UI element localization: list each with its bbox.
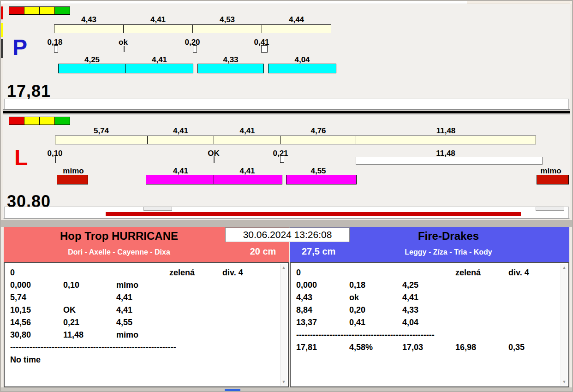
result-cell: 4,41 <box>402 293 455 303</box>
change-marker-tick <box>214 156 215 163</box>
result-status-row: No time <box>10 354 279 366</box>
footer-mini-box <box>536 207 564 211</box>
result-cell: 4,55 <box>116 318 169 327</box>
dog-time-label: 4,41 <box>125 55 193 65</box>
fault-bar-segment <box>57 175 88 184</box>
start-light-yellow2-icon <box>39 6 55 15</box>
team-lineup-right: Leggy - Zíza - Tria - Kody <box>328 248 568 256</box>
team-name-left: Hop Trop HURRICANE <box>6 230 233 243</box>
result-cell: 4,25 <box>402 280 455 290</box>
bottom-frame-strip <box>0 387 573 392</box>
result-cell: mimo <box>116 280 169 290</box>
result-cell: ok <box>349 293 402 303</box>
result-cell: 0,10 <box>63 280 116 290</box>
titlebar-strip-right <box>467 0 573 4</box>
dog-time-label: 4,55 <box>281 166 356 176</box>
result-row: 13,37 0,41 4,04 <box>296 316 559 329</box>
result-cell: 0,18 <box>349 280 402 290</box>
result-cell: 0,21 <box>63 318 116 327</box>
change-marker-box <box>261 45 268 53</box>
result-cell: 17,81 <box>296 343 349 352</box>
dog-time-label: 4,41 <box>214 166 281 176</box>
scrollbar[interactable]: ▲ ▼ <box>561 264 567 386</box>
result-separator-row: ----------------------------------------… <box>10 341 279 354</box>
team-lineup-left: Dori - Axelle - Cayenne - Dixa <box>6 248 233 256</box>
scrollbar[interactable]: ▲ ▼ <box>280 264 287 386</box>
scroll-down-icon[interactable]: ▼ <box>561 378 567 386</box>
result-cell: 14,56 <box>10 318 63 327</box>
result-cell: 4,43 <box>296 293 349 303</box>
result-row: 0,000 0,10 mimo <box>10 279 279 291</box>
result-cell: 30,80 <box>10 330 63 340</box>
change-marker-tick <box>124 46 125 52</box>
result-row: 10,15 OK 4,41 <box>10 304 279 316</box>
result-cell: 0,35 <box>508 343 561 352</box>
result-row: 8,84 0,20 4,33 <box>296 304 559 316</box>
start-light-yellow2-icon <box>39 117 55 125</box>
result-cell: OK <box>63 305 116 315</box>
result-cell: zelená <box>169 268 222 278</box>
result-row: 0,000 0,18 4,25 <box>296 279 559 291</box>
lane-total-p: 17,81 <box>7 82 51 101</box>
separator-dashes: ----------------------------------------… <box>10 343 176 352</box>
dog-bar-segment <box>125 64 193 73</box>
result-cell: 0,20 <box>349 305 402 315</box>
section-separator-band <box>0 220 573 227</box>
result-cell: 4,41 <box>116 293 169 303</box>
dog-time-label: 4,41 <box>147 166 214 176</box>
result-cell: mimo <box>116 330 169 340</box>
team-name-right: Fire-Drakes <box>328 230 568 243</box>
result-cell: 4,41 <box>116 305 169 315</box>
start-light-yellow1-icon <box>24 117 40 125</box>
lane-footer-strip <box>4 99 569 109</box>
result-row: 5,74 4,41 <box>10 291 279 304</box>
scroll-up-icon[interactable]: ▲ <box>561 264 567 271</box>
split-time-label: 11,48 <box>356 126 536 136</box>
result-status: No time <box>10 355 41 365</box>
result-cell: 4,33 <box>402 305 455 315</box>
lane-letter-p: P <box>12 36 27 59</box>
dog-time-label: mimo <box>534 166 568 176</box>
change-time-label: ok <box>112 38 134 47</box>
result-row: 30,80 11,48 mimo <box>10 329 279 341</box>
overrun-marker-box <box>356 157 543 165</box>
split-time-label: 5,74 <box>55 126 148 136</box>
split-time-label: 4,76 <box>281 126 356 136</box>
result-cell: 4,04 <box>402 318 455 327</box>
split-bar-segment <box>123 24 193 33</box>
result-header-row: 0 zelená div. 4 <box>10 267 279 279</box>
result-cell: 11,48 <box>63 330 116 340</box>
split-time-label: 4,41 <box>214 126 281 136</box>
change-time-label: 0,20 <box>181 38 203 47</box>
split-bar-segment <box>147 136 214 144</box>
start-light-red-icon <box>9 6 24 15</box>
start-light-green-icon <box>54 117 70 125</box>
split-bar-segment <box>281 136 356 144</box>
lane-panel-l: 5,74 4,41 4,41 4,76 11,48 0,10 OK 0,21 1… <box>3 114 570 219</box>
dog-time-label: 4,33 <box>197 55 264 65</box>
change-marker-box <box>193 45 197 53</box>
result-cell: div. 4 <box>222 268 275 278</box>
dog-time-label: 4,25 <box>58 55 126 65</box>
result-cell: 0,000 <box>296 280 349 290</box>
split-bar-segment <box>54 24 124 33</box>
result-cell: 17,03 <box>402 343 455 352</box>
split-time-label: 4,41 <box>147 126 214 136</box>
scroll-up-icon[interactable]: ▲ <box>281 264 287 271</box>
dog-time-label: 4,04 <box>268 55 336 65</box>
result-cell: 8,84 <box>296 305 349 315</box>
result-cell: 0 <box>296 268 349 278</box>
dog-bar-segment <box>146 175 214 184</box>
result-cell: zelená <box>455 268 508 278</box>
start-lights-p <box>9 6 70 15</box>
separator-dashes: ----------------------------------------… <box>296 330 435 340</box>
dog-bar-segment <box>58 64 126 73</box>
result-cell: 0,41 <box>349 318 402 327</box>
split-bar-segment <box>356 136 536 144</box>
start-light-yellow1-icon <box>24 6 40 15</box>
result-separator-row: ----------------------------------------… <box>296 329 559 341</box>
split-time-label: 4,43 <box>54 15 124 24</box>
result-summary-row: 17,81 4,58% 17,03 16,98 0,35 <box>296 341 559 354</box>
start-lights-l <box>9 117 70 125</box>
scroll-down-icon[interactable]: ▼ <box>281 378 287 386</box>
